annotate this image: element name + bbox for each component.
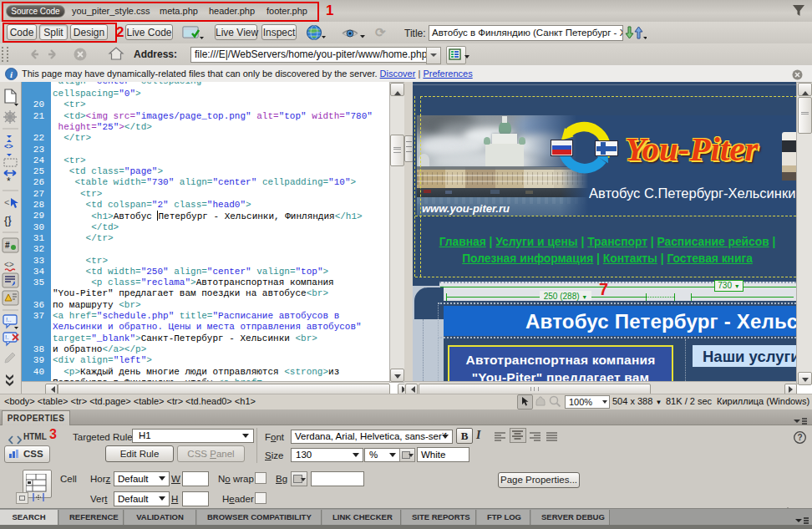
- svg-text:#: #: [5, 241, 10, 250]
- svg-text:!.: !.: [5, 333, 8, 341]
- svg-text:<: <: [4, 197, 9, 207]
- svg-text:!..: !..: [6, 316, 12, 323]
- svg-text:<>: <>: [4, 260, 14, 269]
- svg-text:<>: <>: [4, 142, 13, 150]
- svg-text:{}: {}: [4, 214, 12, 226]
- svg-text:*: *: [7, 175, 11, 187]
- svg-text:?: ?: [797, 433, 802, 442]
